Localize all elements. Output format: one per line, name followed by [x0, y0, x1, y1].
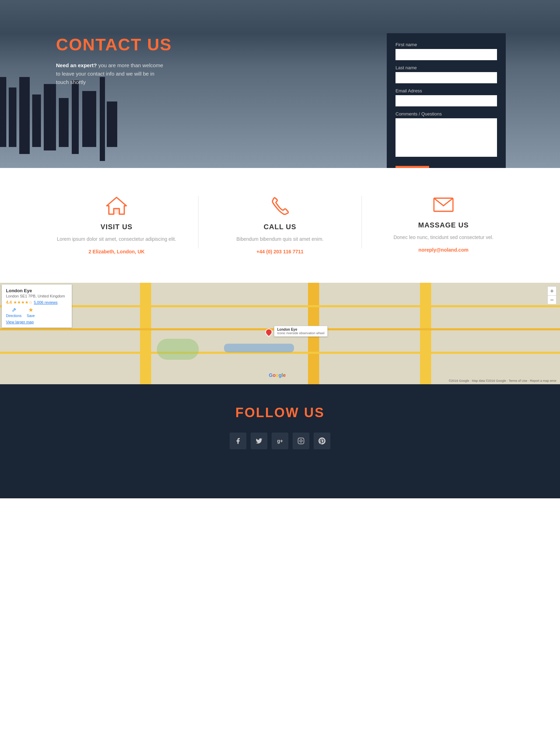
- zoom-in-button[interactable]: +: [547, 286, 556, 295]
- stars: ★★★★☆: [13, 300, 33, 305]
- instagram-button[interactable]: [293, 433, 309, 449]
- pinterest-button[interactable]: [314, 433, 330, 449]
- message-us-title: MASSAGE US: [372, 221, 514, 229]
- last-name-label: Last name: [396, 65, 497, 70]
- visit-us-desc: Lorem ipsum dolor sit amet, consectetur …: [46, 235, 188, 243]
- info-section: VISIT US Lorem ipsum dolor sit amet, con…: [0, 168, 560, 283]
- location-address: London SE1 7PB, United Kingdom: [6, 294, 68, 298]
- call-us-link[interactable]: +44 (0) 203 116 7711: [257, 249, 303, 254]
- house-icon: [46, 196, 188, 223]
- directions-button[interactable]: ⇗ Directions: [6, 307, 21, 318]
- first-name-group: First name: [396, 42, 497, 60]
- hero-section: CONTACT US Need an expert? you are more …: [0, 0, 560, 168]
- map-info-panel: London Eye London SE1 7PB, United Kingdo…: [2, 285, 72, 328]
- hero-subtitle: Need an expert? you are more than welcom…: [56, 61, 168, 86]
- directions-icon: ⇗: [12, 307, 16, 313]
- rating-value: 4.4: [6, 300, 12, 305]
- facebook-button[interactable]: [230, 433, 246, 449]
- follow-title: FOLLOW US: [7, 405, 553, 420]
- map-attribution: ©2016 Google · Map data ©2016 Google · T…: [449, 379, 556, 382]
- message-us-link[interactable]: noreply@noland.com: [419, 247, 469, 253]
- map-section[interactable]: London Eye Iconic riverside observation …: [0, 283, 560, 384]
- email-input[interactable]: [396, 95, 497, 106]
- email-group: Email Adress: [396, 88, 497, 106]
- mail-icon: [372, 196, 514, 221]
- contact-form: First name Last name Email Adress Commen…: [387, 33, 506, 168]
- svg-rect-1: [114, 209, 119, 214]
- phone-icon: [209, 196, 351, 223]
- comments-group: Comments / Questions: [396, 111, 497, 158]
- message-us-card: MASSAGE US Donec leo nunc, tincidunt sed…: [362, 196, 525, 253]
- directions-label: Directions: [6, 314, 21, 318]
- comments-textarea[interactable]: [396, 118, 497, 157]
- send-button[interactable]: SEND: [396, 166, 429, 168]
- reviews-link[interactable]: 5,006 reviews: [34, 300, 58, 304]
- googleplus-button[interactable]: g+: [272, 433, 288, 449]
- google-logo: Google: [269, 372, 286, 378]
- comments-label: Comments / Questions: [396, 111, 497, 117]
- call-us-desc: Bibendum bibendum quis sit amet enim.: [209, 235, 351, 243]
- twitter-button[interactable]: [251, 433, 267, 449]
- map-pin: London Eye Iconic riverside observation …: [265, 329, 272, 336]
- hero-content: CONTACT US Need an expert? you are more …: [0, 28, 172, 86]
- last-name-input[interactable]: [396, 72, 497, 83]
- call-us-card: CALL US Bibendum bibendum quis sit amet …: [198, 196, 362, 255]
- visit-us-card: VISIT US Lorem ipsum dolor sit amet, con…: [35, 196, 198, 255]
- map-zoom-controls: + −: [547, 286, 556, 304]
- visit-us-title: VISIT US: [46, 223, 188, 231]
- rating-row: 4.4 ★★★★☆ 5,006 reviews: [6, 300, 68, 305]
- visit-us-link[interactable]: 2 Elizabeth, London, UK: [89, 249, 145, 254]
- follow-section: FOLLOW US g+: [0, 384, 560, 470]
- pin-label: London Eye Iconic riverside observation …: [274, 326, 328, 337]
- map-water: [224, 344, 294, 352]
- call-us-title: CALL US: [209, 223, 351, 231]
- social-links: g+: [7, 433, 553, 449]
- zoom-out-button[interactable]: −: [547, 295, 556, 304]
- map-actions: ⇗ Directions ★ Save: [6, 307, 68, 318]
- svg-rect-3: [298, 438, 304, 444]
- first-name-label: First name: [396, 42, 497, 47]
- subtitle-bold: Need an expert?: [56, 62, 97, 68]
- page-title: CONTACT US: [56, 35, 172, 54]
- save-icon: ★: [28, 307, 33, 313]
- bottom-space: [0, 470, 560, 498]
- location-name: London Eye: [6, 288, 68, 293]
- pin-dot: [264, 327, 274, 337]
- message-us-desc: Donec leo nunc, tincidunt sed consectetu…: [372, 233, 514, 241]
- save-label: Save: [27, 314, 35, 318]
- first-name-input[interactable]: [396, 49, 497, 60]
- email-label: Email Adress: [396, 88, 497, 93]
- map-green-area: [157, 339, 199, 360]
- last-name-group: Last name: [396, 65, 497, 83]
- larger-map-link[interactable]: View larger map: [6, 320, 34, 324]
- save-button[interactable]: ★ Save: [27, 307, 35, 318]
